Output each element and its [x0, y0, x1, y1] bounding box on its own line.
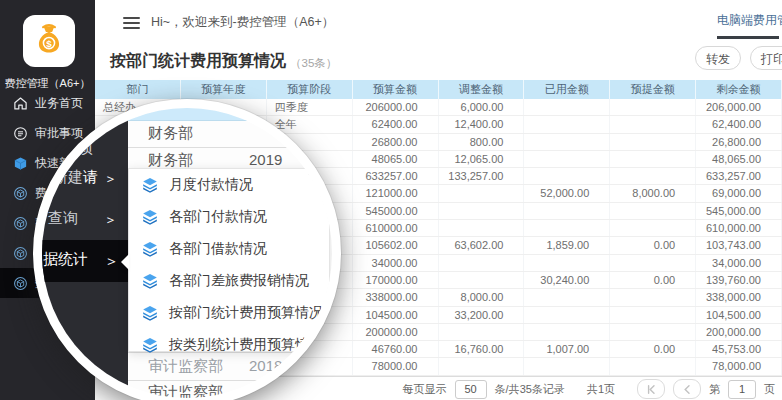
chevron-right-icon: ＞ — [104, 170, 117, 188]
first-page-button[interactable] — [637, 379, 665, 399]
cube-icon — [12, 215, 28, 231]
cell-adjust — [439, 358, 525, 374]
per-page-label: 每页显示 — [403, 382, 447, 397]
print-button[interactable]: 打印 — [750, 46, 782, 70]
cell-adjust — [439, 203, 525, 219]
cell-used — [524, 220, 610, 236]
magnified-menu-item-1[interactable]: 各部门付款情况 — [129, 201, 329, 233]
quick-create-icon — [12, 155, 28, 171]
prev-page-button[interactable] — [673, 379, 701, 399]
cell-used — [524, 134, 610, 150]
caret-left-icon — [113, 254, 129, 270]
cell-accrual — [610, 307, 696, 323]
approval-icon — [12, 125, 28, 141]
cell-used: 1,007.00 — [524, 341, 610, 357]
app-logo: $ — [23, 15, 75, 67]
cell-accrual — [610, 99, 696, 115]
cell-used — [524, 307, 610, 323]
cell-budget: 104500.00 — [353, 307, 439, 323]
cell-adjust: 8,000.00 — [439, 289, 525, 305]
magnified-menu-item-5[interactable]: 按类别统计费用预算情况 — [129, 329, 329, 361]
cell-used — [524, 203, 610, 219]
sidebar-item-0[interactable]: 业务首页 — [0, 88, 95, 118]
cell-accrual: 8,000.00 — [610, 185, 696, 201]
magnified-menu-item-label: 月度付款情况 — [169, 176, 253, 194]
cell-accrual: 0.00 — [610, 237, 696, 253]
per-page-input[interactable]: 50 — [455, 380, 487, 399]
magnified-menu-item-3[interactable]: 各部门差旅费报销情况 — [129, 265, 329, 297]
cell-used — [524, 168, 610, 184]
cell-adjust — [439, 272, 525, 288]
cell-accrual — [610, 358, 696, 374]
svg-text:$: $ — [46, 38, 52, 49]
cell-budget: 633257.00 — [353, 168, 439, 184]
cell-accrual — [610, 255, 696, 271]
cell-adjust: 12,400.00 — [439, 116, 525, 132]
magnified-submenu-panel: 月度付款情况各部门付款情况各部门借款情况各部门差旅费报销情况按部门统计费用预算情… — [128, 168, 330, 352]
records-label: 条/共35条记录 — [495, 382, 565, 397]
cell-remain: 45,753.00 — [696, 341, 782, 357]
chevron-right-icon: ＞ — [104, 211, 117, 229]
magnified-menu-item-2[interactable]: 各部门借款情况 — [129, 233, 329, 265]
layers-icon — [141, 240, 159, 258]
cell-stage: 四季度 — [267, 99, 353, 115]
cell-adjust: 800.00 — [439, 134, 525, 150]
cell-used — [524, 151, 610, 167]
page-number-input[interactable]: 1 — [728, 380, 756, 399]
forward-button[interactable]: 转发 — [695, 46, 741, 70]
magnified-menu-item-4[interactable]: 按部门统计费用预算情况 — [129, 297, 329, 329]
cell-remain: 545,000.00 — [696, 203, 782, 219]
cell-remain: 103,743.00 — [696, 237, 782, 253]
cell-remain: 69,000.00 — [696, 185, 782, 201]
layers-icon — [141, 176, 159, 194]
cell-budget: 62400.00 — [353, 116, 439, 132]
cell-accrual — [610, 134, 696, 150]
cell-adjust — [439, 324, 525, 340]
cell-budget: 34000.00 — [353, 255, 439, 271]
cell-accrual — [610, 151, 696, 167]
cell-adjust — [439, 185, 525, 201]
page-suffix: 页 — [764, 382, 775, 397]
cell-budget: 610000.00 — [353, 220, 439, 236]
magnified-menu-item-label: 各部门差旅费报销情况 — [169, 272, 309, 290]
greeting-text: Hi~，欢迎来到-费控管理（A6+） — [151, 0, 334, 44]
cell-adjust: 33,200.00 — [439, 307, 525, 323]
title-bar: 按部门统计费用预算情况 （35条） 转发 打印 — [95, 44, 782, 80]
cell-accrual — [610, 168, 696, 184]
layers-icon — [141, 272, 159, 290]
hamburger-menu-icon[interactable] — [123, 17, 140, 32]
cell-remain: 104,500.00 — [696, 307, 782, 323]
cell-accrual — [610, 203, 696, 219]
home-icon — [12, 95, 28, 111]
column-header: 调整金额 — [439, 80, 525, 99]
cell-adjust — [439, 255, 525, 271]
cell-remain: 34,000.00 — [696, 255, 782, 271]
cell-budget: 26800.00 — [353, 134, 439, 150]
cell-remain: 633,257.00 — [696, 168, 782, 184]
cell-budget: 78000.00 — [353, 358, 439, 374]
cell-remain: 610,000.00 — [696, 220, 782, 236]
cell-used — [524, 324, 610, 340]
column-header: 预算阶段 — [267, 80, 353, 99]
magnified-menu-item-label: 按类别统计费用预算情况 — [169, 336, 323, 354]
cell-accrual — [610, 289, 696, 305]
record-count: （35条） — [290, 56, 337, 71]
cell-remain: 139,760.00 — [696, 272, 782, 288]
page-prefix: 第 — [709, 382, 720, 397]
magnified-menu-item-label: 各部门借款情况 — [169, 240, 267, 258]
cell-budget: 206000.00 — [353, 99, 439, 115]
cell-accrual: 0.00 — [610, 341, 696, 357]
cell-remain: 78,000.00 — [696, 358, 782, 374]
cell-adjust: 133,257.00 — [439, 168, 525, 184]
cell-adjust: 16,760.00 — [439, 341, 525, 357]
cell-used: 30,240.00 — [524, 272, 610, 288]
total-pages-label: 共1页 — [587, 382, 615, 397]
cell-accrual — [610, 220, 696, 236]
cell-used — [524, 116, 610, 132]
magnified-menu-item-0[interactable]: 月度付款情况 — [129, 169, 329, 201]
magnified-menu-item-label: 各部门付款情况 — [169, 208, 267, 226]
sidebar-item-label: 审批事项 — [35, 125, 83, 142]
page-title: 按部门统计费用预算情况 — [110, 51, 286, 72]
cell-adjust: 6,000.00 — [439, 99, 525, 115]
cell-adjust: 63,602.00 — [439, 237, 525, 253]
